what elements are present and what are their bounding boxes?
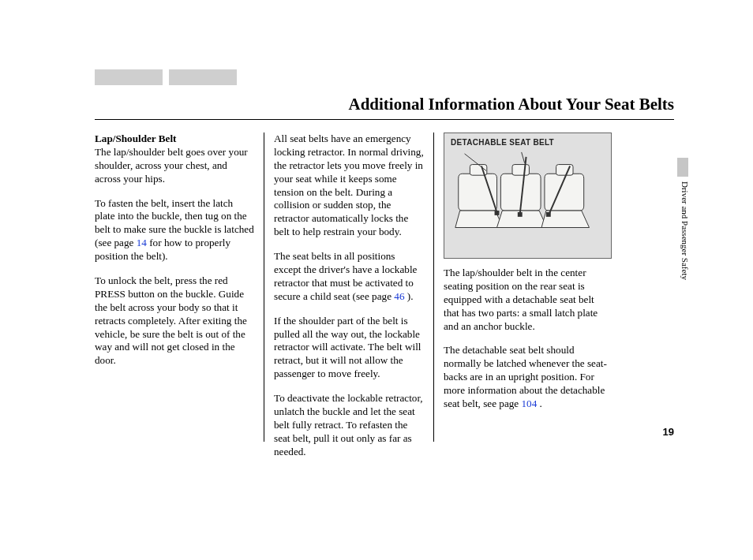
page-title: Additional Information About Your Seat B… (95, 95, 674, 120)
figure-detachable-seat-belt: DETACHABLE SEAT BELT (444, 133, 612, 259)
side-section-label: Driver and Passenger Safety (680, 181, 690, 280)
figure-label: DETACHABLE SEAT BELT (451, 138, 605, 148)
para-unlock-belt: To unlock the belt, press the red PRESS … (95, 274, 254, 368)
page-number: 19 (663, 426, 674, 438)
heading-lap-shoulder: Lap/Shoulder Belt (95, 133, 176, 144)
para-detachable-intro: The lap/shoulder belt in the center seat… (444, 267, 612, 333)
tab-placeholder-1[interactable] (95, 69, 163, 85)
para-locking-retractor: All seat belts have an emergency locking… (274, 133, 424, 239)
side-tab-indicator (677, 158, 688, 177)
text-child-b: ). (405, 290, 414, 302)
page-ref-14[interactable]: 14 (137, 237, 147, 248)
para-child-seat: The seat belts in all positions except t… (274, 250, 424, 304)
page-ref-46[interactable]: 46 (394, 290, 404, 302)
para-fasten-belt: To fasten the belt, insert the latch pla… (95, 197, 254, 263)
tab-placeholder-2[interactable] (169, 69, 237, 85)
svg-rect-4 (518, 212, 523, 217)
svg-rect-1 (512, 165, 529, 176)
column-1: Lap/Shoulder Belt The lap/shoulder belt … (95, 133, 264, 442)
seat-belt-illustration-icon (451, 151, 605, 243)
text-lap-shoulder-intro: The lap/shoulder belt goes over your sho… (95, 146, 248, 185)
svg-rect-3 (495, 211, 500, 215)
top-tabs (95, 69, 237, 85)
column-2: All seat belts have an emergency locking… (264, 133, 434, 442)
page-ref-104[interactable]: 104 (522, 398, 538, 409)
column-3: DETACHABLE SEAT BELT (434, 133, 612, 442)
body-columns: Lap/Shoulder Belt The lap/shoulder belt … (95, 133, 674, 442)
manual-page: Additional Information About Your Seat B… (0, 0, 753, 560)
para-deactivate-retractor: To deactivate the lockable retractor, un… (274, 392, 424, 458)
para-lap-shoulder-intro: Lap/Shoulder Belt The lap/shoulder belt … (95, 133, 254, 186)
para-detachable-note: The detachable seat belt should normally… (444, 344, 612, 410)
svg-rect-2 (556, 165, 573, 176)
text-detach-b: . (537, 398, 542, 409)
para-shoulder-pull: If the shoulder part of the belt is pull… (274, 315, 424, 381)
svg-rect-5 (546, 212, 551, 217)
